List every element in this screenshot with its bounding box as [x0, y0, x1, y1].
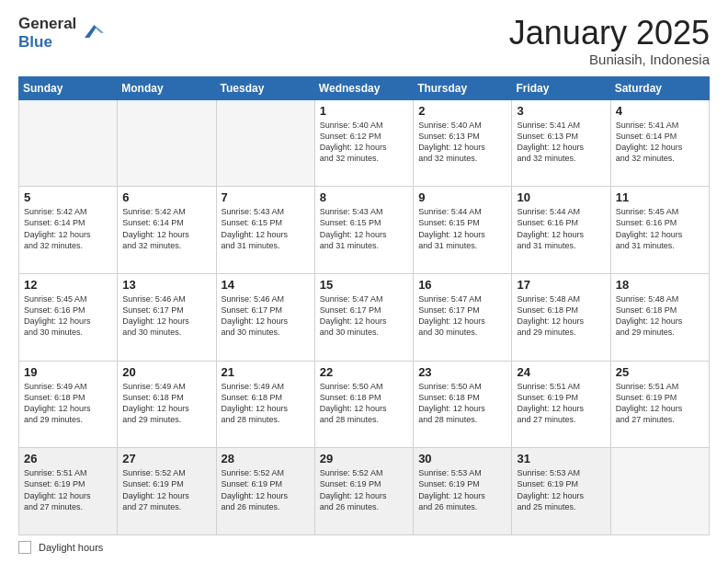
logo: General Blue: [18, 15, 104, 51]
day-number: 10: [517, 190, 605, 204]
col-monday: Monday: [118, 76, 216, 99]
day-info: Sunrise: 5:53 AM Sunset: 6:19 PM Dayligh…: [418, 467, 506, 512]
day-info: Sunrise: 5:48 AM Sunset: 6:18 PM Dayligh…: [616, 293, 704, 339]
calendar-cell: 3Sunrise: 5:41 AM Sunset: 6:13 PM Daylig…: [512, 99, 610, 187]
day-number: 18: [616, 278, 704, 292]
day-info: Sunrise: 5:47 AM Sunset: 6:17 PM Dayligh…: [320, 293, 408, 339]
day-info: Sunrise: 5:46 AM Sunset: 6:17 PM Dayligh…: [222, 293, 310, 339]
day-number: 28: [222, 452, 310, 465]
calendar-cell: 9Sunrise: 5:44 AM Sunset: 6:15 PM Daylig…: [414, 187, 512, 274]
day-number: 14: [222, 278, 310, 292]
calendar-cell: 11Sunrise: 5:45 AM Sunset: 6:16 PM Dayli…: [610, 187, 709, 274]
calendar-cell: [610, 448, 709, 535]
day-info: Sunrise: 5:44 AM Sunset: 6:16 PM Dayligh…: [517, 206, 605, 251]
calendar-week-1: 1Sunrise: 5:40 AM Sunset: 6:12 PM Daylig…: [19, 99, 710, 187]
day-number: 5: [24, 190, 112, 204]
calendar-cell: [19, 99, 118, 187]
col-thursday: Thursday: [414, 76, 512, 99]
day-number: 11: [616, 190, 704, 204]
day-info: Sunrise: 5:47 AM Sunset: 6:17 PM Dayligh…: [418, 293, 506, 339]
day-number: 3: [517, 104, 605, 118]
calendar-cell: 2Sunrise: 5:40 AM Sunset: 6:13 PM Daylig…: [414, 99, 512, 187]
footer-box: [18, 541, 31, 554]
day-number: 12: [24, 278, 112, 292]
day-info: Sunrise: 5:45 AM Sunset: 6:16 PM Dayligh…: [616, 206, 704, 251]
day-number: 26: [24, 452, 112, 465]
day-number: 7: [222, 190, 310, 204]
day-info: Sunrise: 5:41 AM Sunset: 6:13 PM Dayligh…: [517, 120, 605, 165]
calendar-cell: 31Sunrise: 5:53 AM Sunset: 6:19 PM Dayli…: [512, 448, 610, 535]
day-info: Sunrise: 5:48 AM Sunset: 6:18 PM Dayligh…: [517, 293, 605, 339]
calendar-cell: 8Sunrise: 5:43 AM Sunset: 6:15 PM Daylig…: [314, 187, 413, 274]
logo-icon: [78, 18, 104, 44]
day-info: Sunrise: 5:51 AM Sunset: 6:19 PM Dayligh…: [517, 381, 605, 426]
day-number: 9: [418, 190, 506, 204]
calendar-week-3: 12Sunrise: 5:45 AM Sunset: 6:16 PM Dayli…: [19, 273, 710, 361]
svg-marker-1: [95, 25, 105, 33]
day-number: 17: [517, 278, 605, 292]
day-number: 1: [320, 104, 408, 118]
calendar-header-row: Sunday Monday Tuesday Wednesday Thursday…: [19, 76, 710, 99]
calendar-cell: 17Sunrise: 5:48 AM Sunset: 6:18 PM Dayli…: [512, 273, 610, 361]
day-info: Sunrise: 5:50 AM Sunset: 6:18 PM Dayligh…: [418, 381, 506, 426]
calendar-cell: 27Sunrise: 5:52 AM Sunset: 6:19 PM Dayli…: [118, 448, 216, 535]
day-number: 15: [320, 278, 408, 292]
title-month: January 2025: [509, 15, 710, 52]
footer: Daylight hours: [18, 541, 710, 554]
calendar-cell: 24Sunrise: 5:51 AM Sunset: 6:19 PM Dayli…: [512, 361, 610, 448]
day-number: 25: [616, 365, 704, 379]
col-tuesday: Tuesday: [216, 76, 314, 99]
calendar-cell: 12Sunrise: 5:45 AM Sunset: 6:16 PM Dayli…: [19, 273, 118, 361]
day-number: 21: [222, 365, 310, 379]
day-info: Sunrise: 5:52 AM Sunset: 6:19 PM Dayligh…: [320, 467, 408, 512]
day-info: Sunrise: 5:42 AM Sunset: 6:14 PM Dayligh…: [24, 206, 112, 251]
calendar-cell: 23Sunrise: 5:50 AM Sunset: 6:18 PM Dayli…: [414, 361, 512, 448]
day-info: Sunrise: 5:43 AM Sunset: 6:15 PM Dayligh…: [320, 206, 408, 251]
day-info: Sunrise: 5:49 AM Sunset: 6:18 PM Dayligh…: [222, 381, 310, 426]
day-info: Sunrise: 5:45 AM Sunset: 6:16 PM Dayligh…: [24, 293, 112, 339]
calendar-week-2: 5Sunrise: 5:42 AM Sunset: 6:14 PM Daylig…: [19, 187, 710, 274]
day-number: 27: [122, 452, 210, 465]
day-number: 4: [616, 104, 704, 118]
logo-general: General: [18, 15, 76, 33]
day-number: 13: [122, 278, 210, 292]
day-info: Sunrise: 5:40 AM Sunset: 6:13 PM Dayligh…: [418, 120, 506, 165]
day-number: 29: [320, 452, 408, 465]
day-number: 30: [418, 452, 506, 465]
calendar-cell: 5Sunrise: 5:42 AM Sunset: 6:14 PM Daylig…: [19, 187, 118, 274]
day-info: Sunrise: 5:44 AM Sunset: 6:15 PM Dayligh…: [418, 206, 506, 251]
day-info: Sunrise: 5:51 AM Sunset: 6:19 PM Dayligh…: [24, 467, 112, 512]
calendar-cell: 16Sunrise: 5:47 AM Sunset: 6:17 PM Dayli…: [414, 273, 512, 361]
day-number: 20: [122, 365, 210, 379]
calendar-cell: 26Sunrise: 5:51 AM Sunset: 6:19 PM Dayli…: [19, 448, 118, 535]
day-info: Sunrise: 5:53 AM Sunset: 6:19 PM Dayligh…: [517, 467, 605, 512]
calendar-cell: 4Sunrise: 5:41 AM Sunset: 6:14 PM Daylig…: [610, 99, 709, 187]
calendar-cell: 20Sunrise: 5:49 AM Sunset: 6:18 PM Dayli…: [118, 361, 216, 448]
calendar-cell: 25Sunrise: 5:51 AM Sunset: 6:19 PM Dayli…: [610, 361, 709, 448]
header: General Blue January 2025 Buniasih, Indo…: [18, 15, 710, 67]
calendar-week-4: 19Sunrise: 5:49 AM Sunset: 6:18 PM Dayli…: [19, 361, 710, 448]
logo-blue: Blue: [18, 33, 76, 52]
day-info: Sunrise: 5:50 AM Sunset: 6:18 PM Dayligh…: [320, 381, 408, 426]
calendar-cell: [118, 99, 216, 187]
calendar-cell: 10Sunrise: 5:44 AM Sunset: 6:16 PM Dayli…: [512, 187, 610, 274]
calendar-cell: 18Sunrise: 5:48 AM Sunset: 6:18 PM Dayli…: [610, 273, 709, 361]
day-number: 22: [320, 365, 408, 379]
col-wednesday: Wednesday: [314, 76, 413, 99]
page: General Blue January 2025 Buniasih, Indo…: [0, 0, 728, 563]
day-info: Sunrise: 5:49 AM Sunset: 6:18 PM Dayligh…: [24, 381, 112, 426]
calendar-cell: [216, 99, 314, 187]
day-number: 23: [418, 365, 506, 379]
day-number: 2: [418, 104, 506, 118]
calendar-cell: 13Sunrise: 5:46 AM Sunset: 6:17 PM Dayli…: [118, 273, 216, 361]
day-info: Sunrise: 5:52 AM Sunset: 6:19 PM Dayligh…: [222, 467, 310, 512]
day-number: 31: [517, 452, 605, 465]
day-number: 19: [24, 365, 112, 379]
svg-marker-0: [85, 25, 101, 38]
calendar-cell: 19Sunrise: 5:49 AM Sunset: 6:18 PM Dayli…: [19, 361, 118, 448]
day-info: Sunrise: 5:52 AM Sunset: 6:19 PM Dayligh…: [122, 467, 210, 512]
title-location: Buniasih, Indonesia: [509, 52, 710, 67]
day-number: 24: [517, 365, 605, 379]
day-info: Sunrise: 5:40 AM Sunset: 6:12 PM Dayligh…: [320, 120, 408, 165]
day-number: 6: [122, 190, 210, 204]
